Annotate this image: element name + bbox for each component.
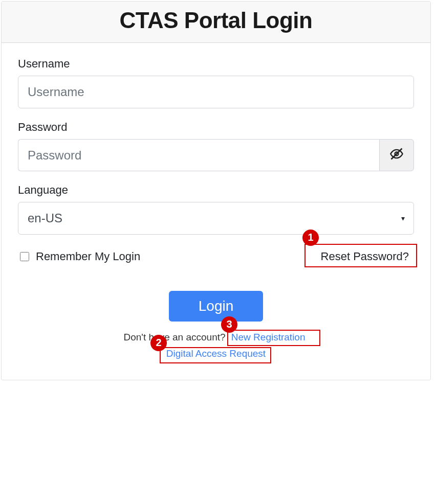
digital-access-request-link[interactable]: Digital Access Request	[163, 346, 269, 361]
new-registration-line: Don't have an account? New Registration …	[18, 332, 414, 343]
language-select[interactable]: en-US	[18, 202, 414, 235]
username-group: Username	[18, 57, 414, 108]
login-actions: Login Don't have an account? New Registr…	[18, 291, 414, 359]
card-header: CTAS Portal Login	[2, 2, 430, 43]
login-button[interactable]: Login	[169, 291, 264, 322]
card-body: Username Password	[2, 43, 430, 380]
toggle-password-visibility-button[interactable]	[379, 139, 414, 172]
new-registration-link[interactable]: New Registration	[228, 330, 309, 345]
no-account-text: Don't have an account?	[124, 332, 226, 342]
language-label: Language	[18, 184, 414, 197]
password-label: Password	[18, 121, 414, 134]
remember-reset-row: Remember My Login Reset Password? 1	[18, 247, 414, 266]
login-card: CTAS Portal Login Username Password	[1, 1, 431, 380]
password-input[interactable]	[18, 139, 379, 172]
username-label: Username	[18, 57, 414, 71]
password-group: Password	[18, 121, 414, 172]
digital-access-line: Digital Access Request 2	[18, 348, 414, 359]
language-group: Language en-US ▾	[18, 184, 414, 235]
eye-slash-icon	[389, 147, 404, 163]
remember-label: Remember My Login	[36, 250, 140, 263]
remember-checkbox[interactable]	[20, 252, 29, 261]
username-input[interactable]	[18, 76, 414, 108]
reset-password-link[interactable]: Reset Password?	[316, 247, 414, 266]
page-title: CTAS Portal Login	[10, 8, 422, 33]
